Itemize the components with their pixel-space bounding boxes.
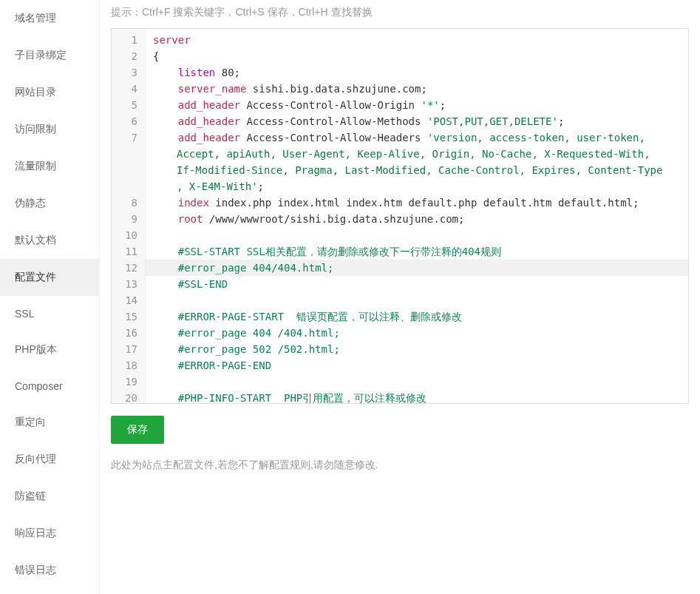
sidebar-item[interactable]: PHP版本	[0, 331, 99, 368]
sidebar-item[interactable]: 错误日志	[0, 552, 99, 589]
sidebar-item[interactable]: 配置文件	[0, 259, 99, 296]
sidebar-item[interactable]: Composer	[0, 368, 99, 404]
sidebar-item[interactable]: 默认文档	[0, 222, 99, 259]
sidebar: 域名管理子目录绑定网站目录访问限制流量限制伪静态默认文档配置文件SSLPHP版本…	[0, 0, 100, 594]
sidebar-item[interactable]: 伪静态	[0, 185, 99, 222]
main-panel: 提示：Ctrl+F 搜索关键字，Ctrl+S 保存，Ctrl+H 查找替换 12…	[100, 0, 700, 594]
sidebar-item[interactable]: 域名管理	[0, 0, 99, 37]
sidebar-item[interactable]: 流量限制	[0, 148, 99, 185]
code-area[interactable]: server{ listen 80; server_name sishi.big…	[146, 29, 688, 404]
line-gutter: 1234567 891011121314151617181920	[112, 29, 146, 404]
sidebar-item[interactable]: 响应日志	[0, 515, 99, 552]
sidebar-item[interactable]: 访问限制	[0, 111, 99, 148]
config-editor[interactable]: 1234567 891011121314151617181920 server{…	[111, 28, 689, 404]
sidebar-item[interactable]: 子目录绑定	[0, 37, 99, 74]
sidebar-item[interactable]: SSL	[0, 296, 99, 331]
sidebar-item[interactable]: 重定向	[0, 404, 99, 441]
save-button[interactable]: 保存	[111, 416, 164, 444]
warning-text: 此处为站点主配置文件,若您不了解配置规则,请勿随意修改.	[111, 459, 689, 472]
sidebar-item[interactable]: 网站目录	[0, 74, 99, 111]
sidebar-item[interactable]: 反向代理	[0, 441, 99, 478]
hint-text: 提示：Ctrl+F 搜索关键字，Ctrl+S 保存，Ctrl+H 查找替换	[111, 0, 689, 28]
sidebar-item[interactable]: 防盗链	[0, 478, 99, 515]
app-container: 域名管理子目录绑定网站目录访问限制流量限制伪静态默认文档配置文件SSLPHP版本…	[0, 0, 700, 594]
